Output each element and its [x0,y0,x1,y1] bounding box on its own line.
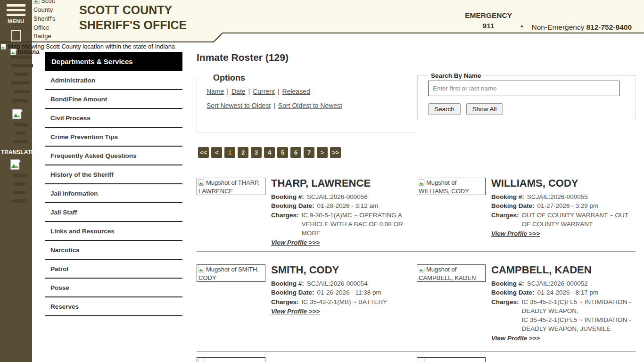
filter-released-link[interactable]: Released [282,88,310,95]
mugshot-broken-image[interactable]: Mugshot of CAMPBELL, KADEN [417,264,486,282]
sidebar-item-patrol[interactable]: Patrol [45,260,182,279]
page-2-button[interactable]: 2 [238,147,248,158]
view-profile-link[interactable]: View Profile >>> [271,308,320,315]
departments-menu: Departments & Services Administration Bo… [45,52,182,316]
indiana-broken-image[interactable]: Indiana [10,48,40,55]
charges-value: IC 9-30-5-1(A)MC ~ OPERATING A VEHICLE W… [302,211,412,238]
hamburger-icon [7,4,25,16]
emergency-block: EMERGENCY 911 [465,10,512,32]
sort-oldest-link[interactable]: Sort Oldest to Newest [278,102,342,109]
emergency-number: 911 [465,21,512,31]
mugshot-alt-text: Mugshot of WILLIAMS, CODY [419,179,469,195]
row-divider [197,351,636,352]
sidebar-item-reserves[interactable]: Reserves [45,297,182,316]
booking-date-label: Booking Date: [491,201,535,210]
inmate-name: WILLIAMS, CODY [491,178,632,189]
broken-image-icon [1,44,7,49]
booking-date-label: Booking Date: [271,288,314,297]
translate-button[interactable]: TRANSLATE [1,149,32,156]
booking-no-label: Booking #: [491,279,524,288]
inmate-card: Mugshot of SMITH, CODY SMITH, CODY Booki… [197,264,417,342]
broken-image-icon [33,0,41,4]
sidebar-item-jail-staff[interactable]: Jail Staff [45,203,182,222]
sidebar-item-narcotics[interactable]: Narcotics [45,241,182,260]
sidebar-item-civil-process[interactable]: Civil Process [45,109,182,128]
charges-value: IC 35-45-2-1(C)FL5 ~ INTIMIDATION - DEAD… [522,297,632,334]
row-divider [197,251,636,252]
inmate-name: THARP, LAWRENCE [271,178,412,189]
broken-image-icon[interactable] [10,159,21,170]
sidebar-item-crime-prevention-tips[interactable]: Crime Prevention Tips [45,128,182,147]
mugshot-broken-image[interactable]: Mugshot of THARP, LAWRENCE [197,178,265,195]
page-last-button[interactable]: >> [330,147,341,158]
page-first-button[interactable]: << [198,147,209,158]
page-header: Scott County Sheriff's Office Badge SCOT… [32,0,644,42]
broken-image-icon [198,266,205,272]
inmate-card [197,357,417,362]
charges-label: Charges: [271,297,299,306]
filter-date-link[interactable]: Date [231,88,246,95]
page-4-button[interactable]: 4 [264,147,275,158]
pagination: << < 1 2 3 4 5 6 7 > >> [198,147,341,158]
sidebar-item-links-and-resources[interactable]: Links and Resources [45,222,182,241]
charges-value: OUT OF COUNTY WARRANT ~ OUT OF COUNTY WA… [522,211,632,229]
non-emergency-number: 812-752-8400 [586,23,632,31]
search-input[interactable] [428,81,619,96]
filter-name-link[interactable]: Name [206,88,224,95]
charges-value: IC 35-42-2-1(MB) ~ BATTERY [302,297,412,306]
booking-no-label: Booking #: [271,192,304,201]
charges-label: Charges: [491,297,519,334]
mugshot-broken-image[interactable]: Mugshot of SMITH, CODY [197,264,265,282]
page-3-button[interactable]: 3 [251,147,262,158]
emergency-label: EMERGENCY [465,10,512,21]
sidebar-item-jail-information[interactable]: Jail Information [45,184,182,203]
view-profile-link[interactable]: View Profile >>> [491,335,540,342]
illegible-alt-text [0,174,32,203]
mugshot-broken-image[interactable] [417,357,486,362]
menu-button[interactable]: MENU [0,0,32,24]
roster-row [197,357,636,362]
sidebar-item-bond-fine-amount[interactable]: Bond/Fine Amount [45,90,182,109]
page-next-button[interactable]: > [317,147,328,158]
show-all-button[interactable]: Show All [466,103,503,115]
page-5-button[interactable]: 5 [277,147,288,158]
search-heading: Search By Name [428,72,484,79]
non-emergency-label: Non-Emergency [531,23,584,31]
options-panel: Options Name|Date|Current|Released Sort … [197,73,416,132]
inmate-card [417,357,636,362]
sidebar-item-administration[interactable]: Administration [45,71,182,90]
bullet-separator: • [520,22,523,32]
filter-current-link[interactable]: Current [253,88,275,95]
mugshot-alt-text: Mugshot of CAMPBELL, KADEN [419,266,476,281]
inmate-name: SMITH, CODY [271,264,412,276]
broken-image-icon [10,49,17,55]
booking-no-value: SCJAIL:2026-000055 [527,192,632,201]
illegible-alt-text [0,56,32,102]
search-button[interactable]: Search [428,103,461,115]
booking-date-value: 01-28-2026 - 3:12 am [317,201,412,210]
broken-image-icon[interactable] [12,109,23,119]
sidebar-item-history-of-the-sheriff[interactable]: History of the Sheriff [45,165,182,184]
view-profile-link[interactable]: View Profile >>> [491,230,540,237]
search-box-icon[interactable] [11,30,21,41]
page-7-button[interactable]: 7 [304,147,314,158]
filter-links: Name|Date|Current|Released [206,88,416,95]
state-alt-text: Indiana [18,48,40,55]
booking-no-value: SCJAIL:2026-000054 [307,279,412,288]
page-prev-button[interactable]: < [211,147,222,158]
options-heading: Options [210,73,248,83]
sort-newest-link[interactable]: Sort Newest to Oldest [206,102,271,109]
sidebar-item-faq[interactable]: Frequently Asked Questions [45,147,182,165]
page-title: Inmate Roster (129) [197,52,289,63]
sidebar-item-posse[interactable]: Posse [45,279,182,297]
non-emergency-block: Non-Emergency812-752-8400 [531,23,632,32]
mugshot-alt-text: Mugshot of SMITH, CODY [198,266,259,281]
charges-label: Charges: [491,211,519,229]
page-1-button[interactable]: 1 [224,147,235,158]
mugshot-broken-image[interactable] [197,357,265,362]
view-profile-link[interactable]: View Profile >>> [271,239,320,246]
booking-no-value: SCJAIL:2026-000052 [527,279,632,288]
mugshot-broken-image[interactable]: Mugshot of WILLIAMS, CODY [417,178,486,195]
broken-image-icon [419,359,425,362]
page-6-button[interactable]: 6 [290,147,301,158]
